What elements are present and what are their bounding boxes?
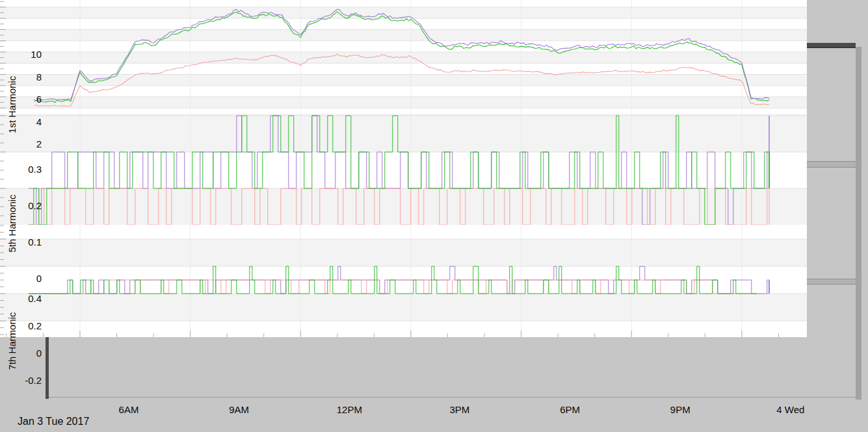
xtick-label: 12PM [326, 404, 372, 415]
plot-7th-harmonic[interactable] [0, 225, 807, 337]
plot-5th-harmonic[interactable] [0, 114, 807, 225]
frame-bottom-line [49, 397, 856, 398]
axis-title-3: 7th Harmonic [7, 286, 20, 396]
axis-title-2: 5th Harmonic [7, 168, 20, 279]
xtick-label: 4 Wed [768, 404, 813, 415]
xtick-label: 6PM [547, 404, 593, 415]
app-window: { "meta": { "cursor_readout": "1/3/2017 … [0, 0, 868, 432]
xtick-label: 3PM [437, 404, 482, 415]
date-label: Jan 3 Tue 2017 [18, 416, 89, 427]
plots-container [0, 0, 807, 337]
frame-right-shadow [856, 47, 861, 400]
axis-title-1: 1st Harmonic [7, 49, 20, 160]
xtick-label: 6AM [106, 404, 151, 415]
plot-1st-harmonic[interactable] [0, 0, 807, 114]
xtick-label: 9AM [217, 404, 262, 415]
xtick-label: 9PM [657, 404, 703, 415]
